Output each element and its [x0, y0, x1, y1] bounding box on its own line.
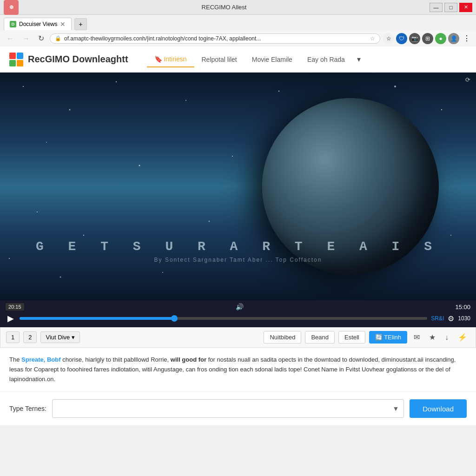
new-tab-button[interactable]: +	[74, 18, 86, 30]
browser-favicon: ⊕	[4, 0, 19, 15]
svg-point-3	[185, 100, 186, 101]
extensions-button[interactable]: ☆	[383, 33, 394, 44]
svg-point-2	[116, 81, 117, 82]
back-button[interactable]: ←	[4, 33, 17, 45]
svg-point-8	[46, 142, 47, 143]
video-action-bar: 1 2 Viut Dive ▾ Nuitbibed Beand Estell 🔄…	[0, 327, 476, 348]
estell-button[interactable]: Estell	[338, 331, 365, 344]
tab-bar: D Docuiser Views ✕ +	[0, 15, 476, 30]
desc-highlight1: Spreate, Bobf	[21, 356, 61, 363]
close-button[interactable]: ✕	[459, 3, 472, 12]
window-title: RECGIMO Allest	[19, 4, 430, 11]
nuitbibed-button[interactable]: Nuitbibed	[264, 331, 301, 344]
bookmark-icon[interactable]: ☆	[370, 35, 375, 42]
menu-button[interactable]: ⋮	[461, 33, 472, 44]
input-dropdown-icon: ▼	[392, 405, 399, 412]
quality-badge[interactable]: SR&I	[431, 315, 444, 322]
nav-item-relpotal[interactable]: Relpotal lilet	[194, 52, 245, 67]
nav-item-eay[interactable]: Eay oh Rada	[300, 52, 352, 67]
video-text-overlay: G E T S U R A R T E A I S By Sontect Sar…	[0, 239, 476, 263]
flash-icon-button[interactable]: ⚡	[455, 331, 470, 344]
nav-item-movie[interactable]: Movie Elamile	[245, 52, 300, 67]
volume-area: 🔊	[236, 303, 244, 311]
nav-more-button[interactable]: ▾	[352, 51, 365, 67]
nav-item-intiriesn[interactable]: 🔖 Intiriesn	[147, 52, 194, 67]
download-icon-button[interactable]: ↓	[442, 331, 451, 344]
svg-point-1	[69, 109, 71, 111]
download-section: Type Ternes: ▼ Download	[0, 391, 476, 425]
svg-point-10	[232, 156, 233, 157]
progress-fill	[20, 317, 174, 320]
svg-point-14	[83, 235, 84, 236]
tab-close-button[interactable]: ✕	[60, 20, 66, 28]
video-subtitle: By Sontect Sargnaber Tamt Aber ... Top C…	[0, 257, 476, 263]
desc-bold1: will good for	[169, 356, 206, 363]
title-bar: ⊕ RECGIMO Allest — □ ✕	[0, 0, 476, 15]
profile-button[interactable]: 👤	[448, 33, 459, 44]
svg-point-9	[139, 165, 140, 166]
shield-button[interactable]: 🛡	[396, 33, 407, 44]
forward-button[interactable]: →	[20, 33, 33, 45]
browser-tab-active[interactable]: D Docuiser Views ✕	[4, 18, 72, 30]
address-text: of.amaptc-thewiloygrmoiles.conh/|int.ral…	[64, 35, 367, 42]
svg-point-17	[162, 272, 163, 273]
minimize-button[interactable]: —	[430, 3, 443, 12]
lock-icon: 🔒	[55, 35, 61, 41]
controls-top: 20:15 🔊 15:00	[6, 303, 470, 311]
description-area: The Spreate, Bobf chorise, hiarlgly to t…	[0, 348, 476, 391]
num-1-button[interactable]: 1	[6, 331, 20, 343]
logo-sq2	[17, 53, 23, 59]
volume-icon[interactable]: 🔊	[236, 303, 244, 311]
svg-point-4	[278, 91, 280, 92]
beand-button[interactable]: Beand	[305, 331, 335, 344]
video-background: G E T S U R A R T E A I S By Sontect Sar…	[0, 73, 476, 300]
telinh-button[interactable]: 🔄 TElinh	[369, 331, 407, 344]
type-label: Type Ternes:	[9, 405, 46, 412]
tab-label: Docuiser Views	[19, 21, 57, 27]
num-2-button[interactable]: 2	[23, 331, 37, 343]
app-title: RecGIMO Downleaghtt	[28, 54, 128, 65]
resolution-label: 1030	[458, 315, 470, 322]
svg-point-0	[23, 86, 24, 87]
app-nav: 🔖 Intiriesn Relpotal lilet Movie Elamile…	[147, 51, 365, 67]
controls-bottom: ▶ SR&I ⚙ 1030	[6, 312, 470, 324]
dropdown-chevron-icon: ▾	[72, 334, 75, 341]
grid-button[interactable]: ⊞	[422, 33, 433, 44]
browser-actions: ☆ 🛡 📷 ⊞ ● 👤 ⋮	[383, 33, 472, 44]
address-bar[interactable]: 🔒 of.amaptc-thewiloygrmoiles.conh/|int.r…	[50, 33, 380, 44]
svg-point-20	[60, 277, 61, 278]
desc-text1: The	[9, 356, 21, 363]
time-badge: 20:15	[6, 303, 24, 311]
video-controls: 20:15 🔊 15:00 ▶ SR&I ⚙ 1030	[0, 300, 476, 327]
app-container: RecGIMO Downleaghtt 🔖 Intiriesn Relpotal…	[0, 46, 476, 425]
logo-sq4	[17, 60, 23, 66]
window-controls: — □ ✕	[430, 3, 472, 12]
description-text: The Spreate, Bobf chorise, hiarlgly to t…	[9, 355, 467, 384]
maximize-button[interactable]: □	[444, 3, 457, 12]
type-input[interactable]: ▼	[52, 399, 404, 418]
logo-sq3	[9, 60, 16, 66]
video-clock-icon: ⟳	[465, 76, 470, 83]
svg-point-6	[394, 86, 396, 87]
download-button[interactable]: Download	[410, 399, 467, 418]
view-dropdown[interactable]: Viut Dive ▾	[40, 331, 80, 343]
refresh-button[interactable]: ↻	[35, 32, 47, 45]
play-button[interactable]: ▶	[6, 312, 16, 324]
star-icon-button[interactable]: ★	[426, 331, 438, 344]
tab-favicon: D	[10, 21, 16, 27]
email-icon-button[interactable]: ✉	[411, 331, 423, 344]
video-duration: 15:00	[455, 304, 470, 311]
svg-point-15	[209, 221, 210, 222]
svg-point-19	[450, 235, 451, 236]
app-header: RecGIMO Downleaghtt 🔖 Intiriesn Relpotal…	[0, 46, 476, 73]
video-player: G E T S U R A R T E A I S By Sontect Sar…	[0, 73, 476, 300]
progress-bar[interactable]	[20, 317, 427, 320]
desc-text2: chorise, hiarlgly to thiit pablllowd Ror…	[61, 356, 169, 363]
green-button[interactable]: ●	[435, 33, 446, 44]
app-logo: RecGIMO Downleaghtt	[9, 53, 128, 66]
nav-bar: ← → ↻ 🔒 of.amaptc-thewiloygrmoiles.conh/…	[0, 30, 476, 46]
settings-button[interactable]: ⚙	[448, 314, 454, 323]
logo-icon	[9, 53, 23, 66]
screen-button[interactable]: 📷	[409, 33, 420, 44]
logo-sq1	[9, 53, 16, 59]
